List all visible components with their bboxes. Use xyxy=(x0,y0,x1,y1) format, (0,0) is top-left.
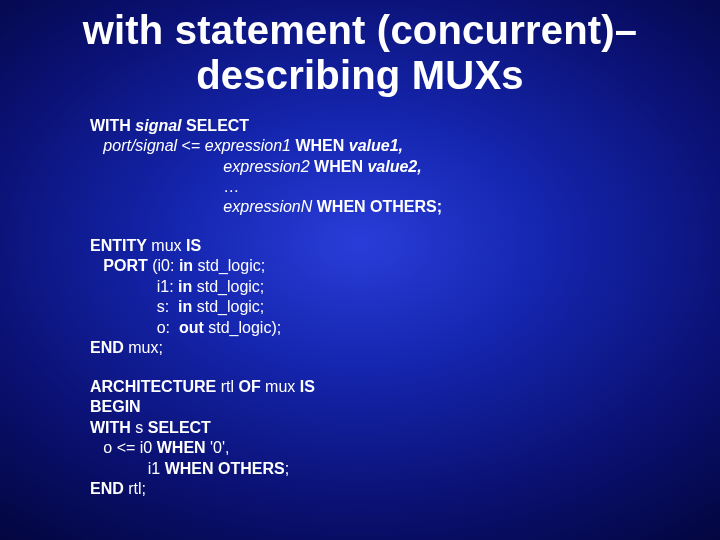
it-val1: value1, xyxy=(349,137,403,154)
val0: '0', xyxy=(206,439,230,456)
endarch-name: rtl; xyxy=(124,480,146,497)
kw-begin: BEGIN xyxy=(90,398,141,415)
kw-with: WITH xyxy=(90,117,135,134)
kw-whenothers2: WHEN OTHERS xyxy=(165,460,285,477)
slide-body: WITH signal SELECT port/signal <= expres… xyxy=(90,116,692,500)
kw-ins: in xyxy=(178,298,192,315)
op-assign: <= xyxy=(177,137,205,154)
kw-in1: in xyxy=(178,278,192,295)
arch-block: ARCHITECTURE rtl OF mux IS BEGIN WITH s … xyxy=(90,377,692,500)
kw-endent: END xyxy=(90,339,124,356)
ellipsis: … xyxy=(90,178,239,195)
p-sb: std_logic; xyxy=(192,298,264,315)
endent-name: mux; xyxy=(124,339,163,356)
with-s: s xyxy=(131,419,148,436)
kw-whenothers: WHEN OTHERS; xyxy=(312,198,442,215)
assign-o: o <= i0 xyxy=(90,439,157,456)
kw-endarch: END xyxy=(90,480,124,497)
kw-is: IS xyxy=(186,237,201,254)
kw-port: PORT xyxy=(90,257,148,274)
kw-of: OF xyxy=(238,378,260,395)
kw-select2: SELECT xyxy=(148,419,211,436)
arch-mux: mux xyxy=(261,378,300,395)
p-sa: s: xyxy=(90,298,178,315)
pad3 xyxy=(90,158,223,175)
pad5 xyxy=(90,198,223,215)
syntax-block: WITH signal SELECT port/signal <= expres… xyxy=(90,116,692,218)
p-ob: std_logic); xyxy=(204,319,281,336)
kw-in0: in xyxy=(179,257,193,274)
kw-out: out xyxy=(179,319,204,336)
kw-is2: IS xyxy=(300,378,315,395)
it-val2: value2, xyxy=(367,158,421,175)
slide: with statement (concurrent)– describing … xyxy=(0,0,720,540)
it-exprn: expressionN xyxy=(223,198,312,215)
ent-name: mux xyxy=(147,237,186,254)
p-i1b: std_logic; xyxy=(192,278,264,295)
kw-arch: ARCHITECTURE xyxy=(90,378,216,395)
it-portsig: port/signal xyxy=(90,137,177,154)
kw-when2: WHEN xyxy=(310,158,368,175)
p-i1a: i1: xyxy=(90,278,178,295)
arch-rtl: rtl xyxy=(216,378,238,395)
p-oa: o: xyxy=(90,319,179,336)
kw-entity: ENTITY xyxy=(90,237,147,254)
entity-block: ENTITY mux IS PORT (i0: in std_logic; i1… xyxy=(90,236,692,359)
kw-when0: WHEN xyxy=(157,439,206,456)
kw-when1: WHEN xyxy=(291,137,349,154)
kw-with2: WITH xyxy=(90,419,131,436)
semi: ; xyxy=(285,460,289,477)
it-expr2: expression2 xyxy=(223,158,309,175)
p-i0a: (i0: xyxy=(148,257,179,274)
it-expr1: expression1 xyxy=(205,137,291,154)
kw-select: SELECT xyxy=(182,117,250,134)
assign-i1: i1 xyxy=(90,460,165,477)
it-signal: signal xyxy=(135,117,181,134)
p-i0b: std_logic; xyxy=(193,257,265,274)
slide-title: with statement (concurrent)– describing … xyxy=(28,8,692,98)
